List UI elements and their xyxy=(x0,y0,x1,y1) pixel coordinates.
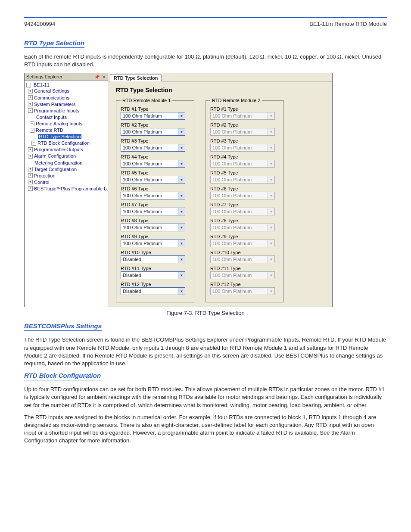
rtd-field-label: RTD #2 Type xyxy=(210,122,279,128)
rtd-type-select[interactable]: 100 Ohm Platinum▼ xyxy=(121,224,185,231)
tree-item[interactable]: Protection xyxy=(34,173,56,178)
tree-item[interactable]: RTD Type Selection xyxy=(38,134,81,139)
bestcoms-paragraph: The RTD Type Selection screen is found i… xyxy=(24,336,387,367)
rtd-type-select[interactable]: 100 Ohm Platinum▼ xyxy=(121,208,185,215)
chevron-down-icon[interactable]: ▼ xyxy=(178,128,185,135)
rtd-type-select[interactable]: Disabled▼ xyxy=(121,255,185,263)
tree-item[interactable]: Communications xyxy=(34,95,69,100)
tree-expando[interactable]: - xyxy=(28,108,33,113)
tree-item[interactable]: Remote RTD xyxy=(36,128,63,133)
rtd-type-paragraph: Each of the remote RTD inputs is indepen… xyxy=(24,53,387,68)
combo-value: 100 Ohm Platinum xyxy=(123,113,162,118)
settings-tree: - BE1-11 +General Settings+Communication… xyxy=(25,81,108,195)
section-heading-rtd-block: RTD Block Configuration xyxy=(24,372,101,380)
rtd-type-select[interactable]: 100 Ohm Platinum▼ xyxy=(121,160,185,168)
pin-icon[interactable]: 📌 xyxy=(94,75,99,79)
tree-expando-none xyxy=(30,115,35,119)
tree-item[interactable]: Programmable Inputs xyxy=(34,108,79,113)
chevron-down-icon[interactable]: ▼ xyxy=(178,208,185,215)
tree-expando[interactable]: + xyxy=(28,95,33,100)
combo-value: 100 Ohm Platinum xyxy=(123,145,162,150)
chevron-down-icon[interactable]: ▼ xyxy=(178,272,185,279)
rtd-field-label: RTD #1 Type xyxy=(210,106,279,112)
rtd-field-label: RTD #6 Type xyxy=(210,186,279,191)
tree-item[interactable]: RTD Block Configuration xyxy=(37,140,90,146)
tree-expando[interactable]: + xyxy=(28,154,33,159)
settings-explorer-title-bar: Settings Explorer 📌 ✕ xyxy=(25,73,108,81)
rtd-block-paragraph-2: The RTD inputs are assigned to the block… xyxy=(24,414,387,445)
tree-root[interactable]: BE1-11 xyxy=(34,82,50,87)
tree-expando[interactable]: + xyxy=(28,173,33,178)
combo-value: 100 Ohm Platinum xyxy=(212,113,252,118)
rtd-type-select[interactable]: 100 Ohm Platinum▼ xyxy=(121,176,185,184)
settings-explorer-title: Settings Explorer xyxy=(26,74,62,79)
tree-item[interactable]: BESTlogic™Plus Programmable Logic xyxy=(34,186,115,191)
tree-expando[interactable]: + xyxy=(28,167,33,171)
close-icon[interactable]: ✕ xyxy=(101,75,106,79)
rtd-type-select: 100 Ohm Platinum▼ xyxy=(210,208,275,215)
rtd-field-label: RTD #1 Type xyxy=(121,106,190,112)
rtd-type-select: 100 Ohm Platinum▼ xyxy=(210,176,275,184)
rtd-module-2: RTD Remote Module 2RTD #1 Type100 Ohm Pl… xyxy=(206,98,284,302)
tree-expando-none xyxy=(31,135,37,139)
tree-item[interactable]: Metering Configuration xyxy=(34,160,82,165)
tab-rtd-type-selection[interactable]: RTD Type Selection xyxy=(110,74,162,81)
rtd-field-label: RTD #11 Type xyxy=(121,266,190,271)
combo-value: 100 Ohm Platinum xyxy=(123,177,162,182)
combo-value: 100 Ohm Platinum xyxy=(212,129,252,134)
chevron-down-icon: ▼ xyxy=(268,160,274,167)
tree-item[interactable]: System Parameters xyxy=(34,102,76,107)
chevron-down-icon[interactable]: ▼ xyxy=(178,176,185,183)
tree-expando[interactable]: + xyxy=(31,141,36,146)
rtd-field-label: RTD #11 Type xyxy=(210,266,279,271)
combo-value: 100 Ohm Platinum xyxy=(212,145,252,150)
combo-value: 100 Ohm Platinum xyxy=(212,289,252,294)
rtd-field-label: RTD #9 Type xyxy=(210,234,279,239)
rtd-type-select[interactable]: 100 Ohm Platinum▼ xyxy=(121,128,185,136)
tree-item[interactable]: Target Configuration xyxy=(34,167,77,172)
rtd-type-select[interactable]: Disabled▼ xyxy=(121,287,185,295)
tree-item[interactable]: Contact Inputs xyxy=(36,115,67,120)
rtd-type-select: 100 Ohm Platinum▼ xyxy=(210,128,275,136)
rtd-type-select[interactable]: 100 Ohm Platinum▼ xyxy=(121,144,185,152)
tree-expando[interactable]: + xyxy=(28,102,33,106)
tab-strip: RTD Type Selection xyxy=(108,73,332,81)
tree-item[interactable]: General Settings xyxy=(34,89,69,94)
combo-value: 100 Ohm Platinum xyxy=(123,129,162,134)
chevron-down-icon: ▼ xyxy=(268,176,274,183)
chevron-down-icon[interactable]: ▼ xyxy=(178,240,185,247)
rtd-type-select: 100 Ohm Platinum▼ xyxy=(210,287,275,295)
chevron-down-icon: ▼ xyxy=(268,112,274,119)
chevron-down-icon[interactable]: ▼ xyxy=(178,144,185,151)
chevron-down-icon[interactable]: ▼ xyxy=(178,288,185,295)
tree-item[interactable]: Programmable Outputs xyxy=(34,147,83,152)
chevron-down-icon: ▼ xyxy=(268,208,274,215)
chevron-down-icon[interactable]: ▼ xyxy=(178,112,185,119)
rtd-type-select[interactable]: Disabled▼ xyxy=(121,271,185,279)
module-legend: RTD Remote Module 1 xyxy=(121,98,172,103)
tree-expando[interactable]: + xyxy=(28,147,33,152)
tree-expando[interactable]: + xyxy=(28,186,33,191)
rtd-field-label: RTD #10 Type xyxy=(121,250,190,255)
rtd-type-select: 100 Ohm Platinum▼ xyxy=(210,144,275,152)
tree-expando[interactable]: - xyxy=(26,83,31,87)
chevron-down-icon[interactable]: ▼ xyxy=(178,224,185,231)
settings-explorer-pane: Settings Explorer 📌 ✕ - BE1-11 +General … xyxy=(25,73,108,307)
tree-item[interactable]: Alarm Configuration xyxy=(34,154,76,159)
combo-value: 100 Ohm Platinum xyxy=(212,209,252,214)
chevron-down-icon: ▼ xyxy=(268,256,274,263)
chevron-down-icon[interactable]: ▼ xyxy=(178,160,185,167)
chevron-down-icon: ▼ xyxy=(268,240,274,247)
rtd-type-select[interactable]: 100 Ohm Platinum▼ xyxy=(121,192,185,199)
tree-item[interactable]: Remote Analog Inputs xyxy=(36,121,82,126)
tree-expando[interactable]: + xyxy=(30,121,34,126)
tree-expando[interactable]: + xyxy=(28,89,33,93)
tree-expando[interactable]: - xyxy=(30,128,34,133)
combo-value: 100 Ohm Platinum xyxy=(123,161,162,166)
rtd-type-select[interactable]: 100 Ohm Platinum▼ xyxy=(121,240,185,247)
tree-expando[interactable]: + xyxy=(28,180,33,184)
chevron-down-icon[interactable]: ▼ xyxy=(178,256,185,263)
rtd-type-select[interactable]: 100 Ohm Platinum▼ xyxy=(121,112,185,120)
chevron-down-icon[interactable]: ▼ xyxy=(178,192,185,199)
tree-item[interactable]: Control xyxy=(34,180,49,185)
